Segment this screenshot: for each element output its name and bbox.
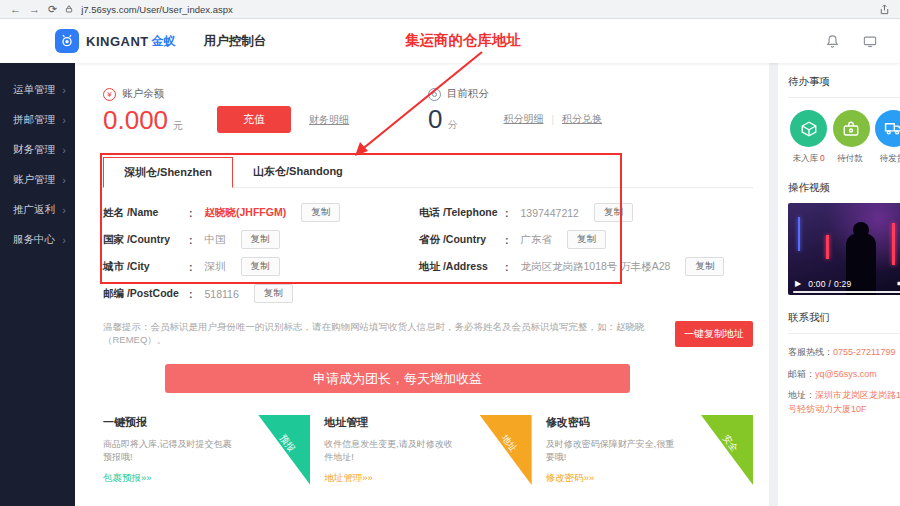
copy-button[interactable]: 复制 bbox=[241, 230, 280, 249]
recharge-button[interactable]: 充值 bbox=[217, 106, 291, 133]
copy-button[interactable]: 复制 bbox=[567, 230, 606, 249]
kingant-logo-icon[interactable] bbox=[55, 29, 79, 53]
field-value: 广东省 bbox=[521, 233, 553, 247]
video-player[interactable]: ▶ 0:00 / 0:29 bbox=[788, 203, 900, 295]
copy-button[interactable]: 复制 bbox=[685, 257, 724, 276]
address-manage-link[interactable]: 地址管理»» bbox=[324, 472, 373, 485]
sidebar-item-service[interactable]: 服务中心 › bbox=[0, 225, 75, 255]
sidebar-item-waybill[interactable]: 运单管理 › bbox=[0, 75, 75, 105]
change-password-link[interactable]: 修改密码»» bbox=[546, 472, 595, 485]
sidebar-item-label: 运单管理 bbox=[13, 83, 55, 97]
todo-label: 未入库0 bbox=[792, 153, 824, 165]
copy-button[interactable]: 复制 bbox=[594, 203, 633, 222]
forecast-link[interactable]: 包裹预报»» bbox=[103, 472, 152, 485]
chevron-right-icon: › bbox=[62, 144, 66, 156]
card-desc: 及时修改密码保障财产安全,很重要哦! bbox=[546, 438, 678, 464]
field-value: 赵晓晓(JHFFGM) bbox=[205, 206, 287, 220]
copy-all-address-button[interactable]: 一键复制地址 bbox=[675, 321, 753, 347]
warehouse-tabs: 深圳仓/Shenzhen 山东仓/Shandong bbox=[103, 157, 753, 188]
neon-strip bbox=[798, 217, 800, 251]
divider bbox=[788, 97, 900, 98]
lock-icon bbox=[65, 4, 73, 14]
balance-value: 0.000 bbox=[103, 107, 168, 133]
field-colon: : bbox=[505, 234, 509, 246]
video-progress-bar[interactable] bbox=[793, 291, 900, 293]
box-icon bbox=[790, 110, 827, 147]
todo-label-text: 待付款 bbox=[837, 153, 863, 163]
copy-button[interactable]: 复制 bbox=[241, 257, 280, 276]
contact-hotline: 客服热线：0755-27211799 bbox=[788, 346, 900, 360]
points-exchange-link[interactable]: 积分兑换 bbox=[562, 112, 602, 126]
sidebar-item-label: 拼邮管理 bbox=[13, 113, 55, 127]
chevron-right-icon: › bbox=[62, 84, 66, 96]
ribbon-label: 安全 bbox=[719, 432, 740, 454]
browser-refresh-icon[interactable]: ⟳ bbox=[48, 4, 57, 15]
todo-count: 0 bbox=[820, 153, 825, 163]
copy-button[interactable]: 复制 bbox=[301, 203, 340, 222]
points-stat: 目前积分 0 分 积分明细 | 积分兑换 bbox=[428, 87, 753, 133]
contact-title: 联系我们 bbox=[788, 311, 900, 325]
field-value: 1397447212 bbox=[521, 207, 579, 219]
header-icons bbox=[825, 34, 878, 49]
field-label: 姓名 /Name bbox=[103, 206, 189, 220]
todo-pending-shipment[interactable]: 待发货 bbox=[875, 110, 900, 165]
contact-value: 0755-27211799 bbox=[833, 347, 895, 357]
field-address: 地址 /Address : 龙岗区龙岗路1018号 万丰楼A28 复制 bbox=[419, 257, 724, 276]
todo-pending-payment[interactable]: 待付款 bbox=[833, 110, 870, 165]
points-body: 0 分 积分明细 | 积分兑换 bbox=[428, 106, 753, 132]
browser-back-icon[interactable]: ← bbox=[10, 4, 21, 15]
balance-label: 账户余额 bbox=[122, 87, 164, 101]
page-title: 用户控制台 bbox=[204, 33, 267, 50]
sidebar-item-account[interactable]: 账户管理 › bbox=[0, 165, 75, 195]
video-time: 0:00 / 0:29 bbox=[808, 279, 851, 289]
bell-icon[interactable] bbox=[825, 34, 840, 49]
brand-name: KINGANT bbox=[86, 34, 149, 49]
sidebar-item-finance[interactable]: 财务管理 › bbox=[0, 135, 75, 165]
play-icon[interactable]: ▶ bbox=[795, 279, 801, 288]
field-province: 省份 /Country : 广东省 复制 bbox=[419, 230, 724, 249]
browser-forward-icon[interactable]: → bbox=[29, 4, 40, 15]
balance-stat: ¥ 账户余额 0.000 元 充值 财务明细 bbox=[103, 87, 428, 133]
field-name: 姓名 /Name : 赵晓晓(JHFFGM) 复制 bbox=[103, 203, 419, 222]
field-value: 518116 bbox=[205, 288, 239, 300]
field-value: 深圳 bbox=[205, 260, 226, 274]
monitor-icon[interactable] bbox=[862, 34, 878, 49]
points-detail-link[interactable]: 积分明细 bbox=[503, 112, 543, 126]
field-colon: : bbox=[189, 288, 193, 300]
tab-shandong[interactable]: 山东仓/Shandong bbox=[233, 157, 363, 187]
points-circle-icon bbox=[428, 88, 441, 101]
field-colon: : bbox=[505, 207, 509, 219]
finance-detail-link[interactable]: 财务明细 bbox=[309, 113, 349, 127]
points-value: 0 bbox=[428, 106, 442, 132]
chevron-right-icon: › bbox=[62, 114, 66, 126]
copy-button[interactable]: 复制 bbox=[254, 284, 293, 303]
card-desc: 商品即将入库,记得及时提交包裹预报哦! bbox=[103, 438, 235, 464]
todo-not-stored[interactable]: 未入库0 bbox=[790, 110, 827, 165]
card-desc: 收件信息发生变更,请及时修改收件地址! bbox=[324, 438, 456, 464]
sidebar-item-promotion[interactable]: 推广返利 › bbox=[0, 195, 75, 225]
mute-icon[interactable] bbox=[896, 278, 900, 289]
chevron-right-icon: › bbox=[62, 204, 66, 216]
todo-label: 待发货 bbox=[880, 153, 900, 165]
todo-label: 待付款 bbox=[837, 153, 865, 165]
video-title: 操作视频 bbox=[788, 181, 900, 195]
stats-row: ¥ 账户余额 0.000 元 充值 财务明细 目前积分 bbox=[103, 87, 753, 133]
link-separator: | bbox=[551, 114, 554, 125]
screen: ← → ⟳ j7.56sys.com/User/User_index.aspx … bbox=[0, 0, 900, 506]
field-telephone: 电话 /Telephone : 1397447212 复制 bbox=[419, 203, 724, 222]
balance-body: 0.000 元 充值 财务明细 bbox=[103, 106, 428, 133]
contact-label: 地址： bbox=[788, 390, 815, 400]
group-leader-banner-button[interactable]: 申请成为团长，每天增加收益 bbox=[165, 364, 630, 393]
share-icon[interactable] bbox=[879, 4, 890, 15]
sidebar-item-label: 服务中心 bbox=[13, 233, 55, 247]
contact-value[interactable]: yq@56sys.com bbox=[815, 369, 877, 379]
tab-shenzhen[interactable]: 深圳仓/Shenzhen bbox=[103, 157, 233, 188]
todo-row: 未入库0 待付款 待发货 bbox=[788, 110, 900, 165]
app-body: 运单管理 › 拼邮管理 › 财务管理 › 账户管理 › 推广返利 › 服务中心 … bbox=[0, 63, 900, 506]
sidebar-item-label: 账户管理 bbox=[13, 173, 55, 187]
address-bar[interactable]: j7.56sys.com/User/User_index.aspx bbox=[81, 4, 233, 15]
field-colon: : bbox=[505, 261, 509, 273]
chevron-right-icon: › bbox=[62, 234, 66, 246]
sidebar-item-mail[interactable]: 拼邮管理 › bbox=[0, 105, 75, 135]
contact-address: 地址：深圳市龙岗区龙岗路10号轻纺动力大厦10F bbox=[788, 389, 900, 416]
